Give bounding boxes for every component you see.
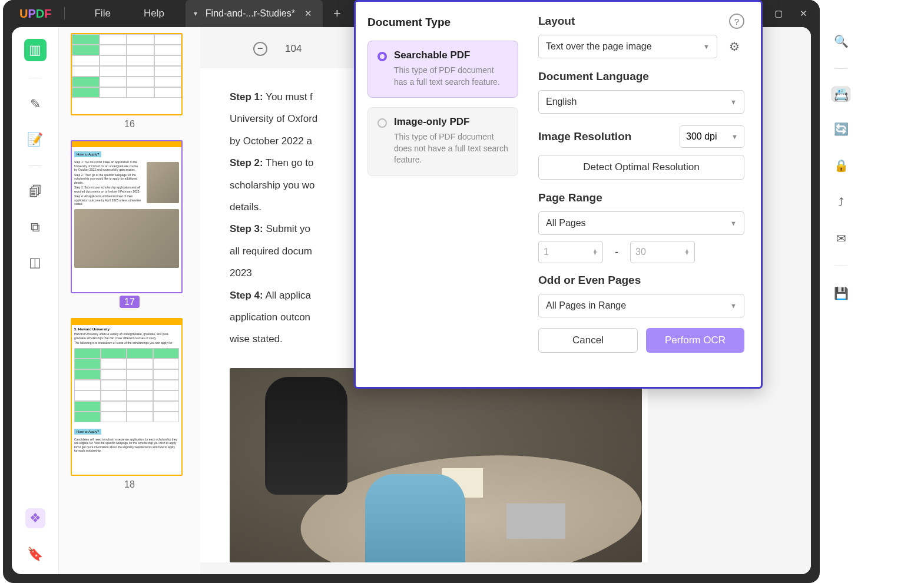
zoom-value: 104 bbox=[285, 43, 302, 55]
search-icon[interactable]: 🔍 bbox=[832, 32, 850, 51]
layers-tool-icon[interactable]: ❖ bbox=[25, 508, 45, 528]
range-dash: - bbox=[615, 246, 618, 259]
language-label: Document Language bbox=[538, 70, 744, 83]
right-toolbar: 🔍 📇 🔄 🔒 ⤴ ✉ 💾 bbox=[823, 32, 859, 303]
crop-tool-icon[interactable]: ⧉ bbox=[26, 218, 45, 237]
convert-icon[interactable]: 🔄 bbox=[832, 120, 850, 138]
email-icon[interactable]: ✉ bbox=[832, 229, 850, 248]
thumb-label-17: 17 bbox=[71, 297, 188, 307]
thumbnail-panel: 16 How to Apply? Step 1: You must first … bbox=[59, 27, 200, 574]
radio-unselected-icon bbox=[377, 118, 387, 128]
highlight-tool-icon[interactable]: ✎ bbox=[26, 95, 45, 114]
range-from-input[interactable]: 1▲▼ bbox=[538, 241, 603, 263]
ocr-dialog: Document Type Searchable PDF This type o… bbox=[354, 0, 763, 389]
left-toolbar: ▥ ✎ 📝 🗐 ⧉ ◫ ❖ 🔖 bbox=[12, 27, 59, 574]
range-to-input[interactable]: 30▲▼ bbox=[630, 241, 695, 263]
page-range-select[interactable]: All Pages▼ bbox=[538, 211, 744, 235]
thumb-label-16: 16 bbox=[71, 119, 188, 130]
maximize-icon[interactable]: ▢ bbox=[770, 8, 787, 19]
gear-icon[interactable]: ⚙ bbox=[724, 37, 744, 57]
app-logo: UPDF bbox=[19, 7, 51, 21]
bookmark-tool-icon[interactable]: 🔖 bbox=[26, 545, 45, 564]
odd-even-select[interactable]: All Pages in Range▼ bbox=[538, 294, 744, 317]
save-icon[interactable]: 💾 bbox=[832, 284, 850, 303]
edit-tool-icon[interactable]: 📝 bbox=[26, 130, 45, 149]
thumbnails-tool-icon[interactable]: ▥ bbox=[24, 39, 47, 61]
language-select[interactable]: English▼ bbox=[538, 90, 744, 114]
odd-even-label: Odd or Even Pages bbox=[538, 274, 744, 287]
doc-type-heading: Document Type bbox=[367, 16, 518, 29]
thumbnail-page-17[interactable]: How to Apply? Step 1: You must first mak… bbox=[71, 140, 183, 293]
share-icon[interactable]: ⤴ bbox=[832, 193, 850, 211]
perform-ocr-button[interactable]: Perform OCR bbox=[646, 328, 744, 353]
compare-tool-icon[interactable]: ◫ bbox=[26, 253, 45, 272]
tab-title: Find-and-...r-Studies* bbox=[206, 8, 295, 19]
layout-select[interactable]: Text over the page image▼ bbox=[538, 35, 717, 58]
menu-help[interactable]: Help bbox=[127, 8, 181, 19]
radio-selected-icon bbox=[377, 52, 387, 61]
option-image-only-pdf[interactable]: Image-only PDF This type of PDF document… bbox=[367, 107, 518, 176]
document-tab[interactable]: ▾ Find-and-...r-Studies* ✕ bbox=[186, 0, 323, 27]
close-window-icon[interactable]: ✕ bbox=[795, 8, 812, 19]
new-tab-button[interactable]: + bbox=[323, 6, 352, 21]
thumbnail-page-18[interactable]: 5. Harvard University Harvard University… bbox=[71, 318, 183, 476]
cancel-button[interactable]: Cancel bbox=[538, 328, 638, 353]
thumb-label-18: 18 bbox=[71, 479, 188, 490]
page-range-label: Page Range bbox=[538, 191, 744, 204]
ocr-icon[interactable]: 📇 bbox=[832, 87, 850, 102]
layout-label: Layout bbox=[538, 15, 744, 28]
document-image bbox=[230, 368, 642, 562]
option-searchable-pdf[interactable]: Searchable PDF This type of PDF document… bbox=[367, 41, 518, 98]
thumbnail-page-16[interactable] bbox=[71, 33, 183, 115]
detect-resolution-button[interactable]: Detect Optimal Resolution bbox=[538, 155, 744, 180]
help-icon[interactable]: ? bbox=[729, 14, 744, 29]
resolution-label: Image Resolution bbox=[538, 130, 631, 143]
protect-icon[interactable]: 🔒 bbox=[832, 156, 850, 175]
tab-menu-icon[interactable]: ▾ bbox=[194, 9, 197, 18]
pages-tool-icon[interactable]: 🗐 bbox=[26, 183, 45, 201]
menu-file[interactable]: File bbox=[78, 8, 127, 19]
resolution-select[interactable]: 300 dpi▼ bbox=[680, 125, 744, 148]
zoom-out-button[interactable]: − bbox=[253, 42, 267, 56]
close-tab-icon[interactable]: ✕ bbox=[303, 8, 313, 19]
